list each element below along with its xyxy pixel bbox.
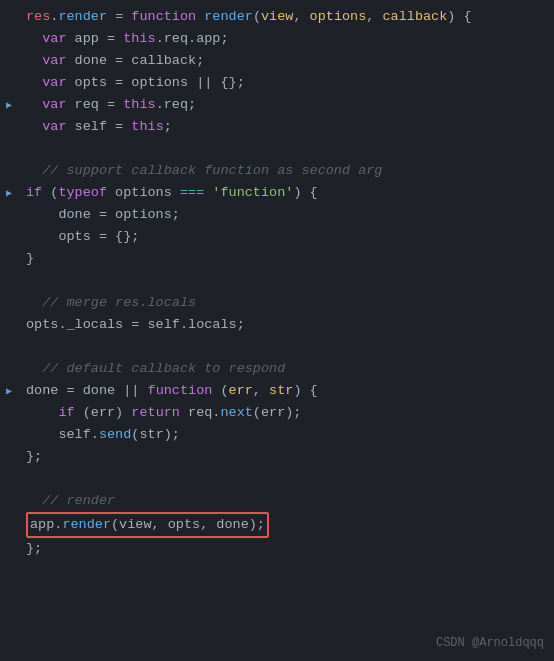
code-text: opts._locals = self.locals; <box>18 314 245 336</box>
code-line: opts._locals = self.locals; <box>0 314 554 336</box>
token: function <box>148 383 213 398</box>
code-text: done = options; <box>18 204 180 226</box>
token: function <box>131 9 196 24</box>
token: str <box>269 383 293 398</box>
code-text: } <box>18 248 34 270</box>
code-line: var done = callback; <box>0 50 554 72</box>
token: this <box>123 31 155 46</box>
token: err <box>229 383 253 398</box>
token: var <box>42 75 66 90</box>
code-text: var app = this.req.app; <box>18 28 229 50</box>
code-text: }; <box>18 446 42 468</box>
line-gutter: ▶ <box>0 384 18 400</box>
code-line: // merge res.locals <box>0 292 554 314</box>
code-line: opts = {}; <box>0 226 554 248</box>
token: render <box>204 9 253 24</box>
code-text: if (typeof options === 'function') { <box>18 182 318 204</box>
token: return <box>131 405 180 420</box>
token: opts = options || {}; <box>67 75 245 90</box>
token: ; <box>164 119 172 134</box>
token: ( <box>42 185 58 200</box>
code-line: // support callback function as second a… <box>0 160 554 182</box>
code-line: } <box>0 248 554 270</box>
token: opts = {}; <box>58 229 139 244</box>
token: if <box>26 185 42 200</box>
token: options <box>107 185 180 200</box>
token: .req; <box>156 97 197 112</box>
token: (str); <box>131 427 180 442</box>
code-text: }; <box>18 538 42 560</box>
code-line: if (err) return req.next(err); <box>0 402 554 424</box>
code-line: ▶ var req = this.req; <box>0 94 554 116</box>
code-text: // merge res.locals <box>18 292 196 314</box>
code-line: self.send(str); <box>0 424 554 446</box>
token: (view, opts, done); <box>111 517 265 532</box>
empty-line <box>0 336 554 358</box>
code-text: // support callback function as second a… <box>18 160 382 182</box>
code-line: done = options; <box>0 204 554 226</box>
token: callback <box>383 9 448 24</box>
token: === <box>180 185 204 200</box>
token: , <box>253 383 269 398</box>
highlighted-box: app.render(view, opts, done); <box>26 512 269 538</box>
token: req. <box>180 405 221 420</box>
code-block: res.render = function render(view, optio… <box>0 0 554 566</box>
code-text: res.render = function render(view, optio… <box>18 6 472 28</box>
token: 'function' <box>212 185 293 200</box>
code-text: var self = this; <box>18 116 172 138</box>
token: self. <box>58 427 99 442</box>
token: // default callback to respond <box>42 361 285 376</box>
token: req = <box>67 97 124 112</box>
token: var <box>42 31 66 46</box>
token: ( <box>253 9 261 24</box>
token: , <box>293 9 309 24</box>
code-line: var self = this; <box>0 116 554 138</box>
code-line: var opts = options || {}; <box>0 72 554 94</box>
code-text: app.render(view, opts, done); <box>18 512 269 538</box>
token: (err) <box>75 405 132 420</box>
token: ) { <box>447 9 471 24</box>
code-text: var done = callback; <box>18 50 204 72</box>
token: this <box>123 97 155 112</box>
code-line: }; <box>0 538 554 560</box>
watermark: CSDN @Arnoldqqq <box>436 634 544 653</box>
token: this <box>131 119 163 134</box>
arrow-icon: ▶ <box>6 384 12 400</box>
token: ( <box>212 383 228 398</box>
arrow-icon: ▶ <box>6 98 12 114</box>
arrow-icon: ▶ <box>6 186 12 202</box>
token: send <box>99 427 131 442</box>
token: view <box>261 9 293 24</box>
token: done = options; <box>58 207 180 222</box>
token: var <box>42 119 66 134</box>
token: } <box>26 251 34 266</box>
code-line: res.render = function render(view, optio… <box>0 6 554 28</box>
code-line: ▶done = done || function (err, str) { <box>0 380 554 402</box>
code-text: self.send(str); <box>18 424 180 446</box>
token: var <box>42 53 66 68</box>
token: ) { <box>293 383 317 398</box>
token: render <box>62 517 111 532</box>
token: if <box>58 405 74 420</box>
token: self = <box>67 119 132 134</box>
token: app. <box>30 517 62 532</box>
code-text: var opts = options || {}; <box>18 72 245 94</box>
token: = <box>107 9 131 24</box>
token: app = <box>67 31 124 46</box>
token: done = done || <box>26 383 148 398</box>
token: // support callback function as second a… <box>42 163 382 178</box>
token: .req.app; <box>156 31 229 46</box>
code-text: opts = {}; <box>18 226 139 248</box>
code-text: // render <box>18 490 115 512</box>
token: next <box>220 405 252 420</box>
token: var <box>42 97 66 112</box>
code-line: // default callback to respond <box>0 358 554 380</box>
token: render <box>58 9 107 24</box>
token: }; <box>26 449 42 464</box>
token: (err); <box>253 405 302 420</box>
empty-line <box>0 138 554 160</box>
token: }; <box>26 541 42 556</box>
empty-line <box>0 468 554 490</box>
token: options <box>310 9 367 24</box>
token: // merge res.locals <box>42 295 196 310</box>
